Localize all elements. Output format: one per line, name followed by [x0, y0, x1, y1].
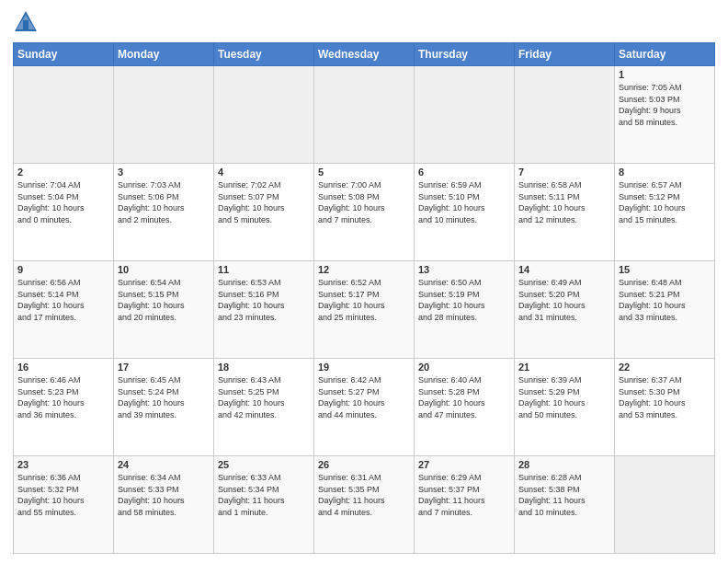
day-info: Sunrise: 6:50 AM Sunset: 5:19 PM Dayligh… [418, 277, 510, 323]
day-info: Sunrise: 6:53 AM Sunset: 5:16 PM Dayligh… [218, 277, 310, 323]
weekday-header-monday: Monday [114, 43, 214, 66]
calendar-day-13: 13Sunrise: 6:50 AM Sunset: 5:19 PM Dayli… [415, 261, 515, 359]
day-info: Sunrise: 6:52 AM Sunset: 5:17 PM Dayligh… [318, 277, 410, 323]
day-number: 28 [518, 459, 610, 470]
day-info: Sunrise: 6:42 AM Sunset: 5:27 PM Dayligh… [318, 374, 410, 420]
day-info: Sunrise: 7:05 AM Sunset: 5:03 PM Dayligh… [619, 82, 711, 128]
logo [13, 9, 42, 35]
day-info: Sunrise: 6:46 AM Sunset: 5:23 PM Dayligh… [17, 374, 109, 420]
weekday-header-sunday: Sunday [14, 43, 114, 66]
calendar-day-20: 20Sunrise: 6:40 AM Sunset: 5:28 PM Dayli… [415, 359, 515, 456]
calendar-week-row: 1Sunrise: 7:05 AM Sunset: 5:03 PM Daylig… [14, 66, 715, 164]
calendar-day-4: 4Sunrise: 7:02 AM Sunset: 5:07 PM Daylig… [214, 164, 314, 261]
calendar-day-18: 18Sunrise: 6:43 AM Sunset: 5:25 PM Dayli… [214, 359, 314, 456]
calendar-empty-cell [14, 66, 114, 164]
day-number: 6 [418, 167, 510, 178]
day-number: 4 [218, 167, 310, 178]
day-number: 1 [619, 69, 711, 80]
calendar-day-19: 19Sunrise: 6:42 AM Sunset: 5:27 PM Dayli… [314, 359, 415, 456]
calendar-day-5: 5Sunrise: 7:00 AM Sunset: 5:08 PM Daylig… [314, 164, 415, 261]
calendar-day-10: 10Sunrise: 6:54 AM Sunset: 5:15 PM Dayli… [114, 261, 214, 359]
calendar-day-3: 3Sunrise: 7:03 AM Sunset: 5:06 PM Daylig… [114, 164, 214, 261]
calendar-week-row: 9Sunrise: 6:56 AM Sunset: 5:14 PM Daylig… [14, 261, 715, 359]
calendar-day-15: 15Sunrise: 6:48 AM Sunset: 5:21 PM Dayli… [615, 261, 715, 359]
calendar-day-9: 9Sunrise: 6:56 AM Sunset: 5:14 PM Daylig… [14, 261, 114, 359]
day-number: 13 [418, 264, 510, 275]
day-number: 10 [118, 264, 210, 275]
calendar-day-25: 25Sunrise: 6:33 AM Sunset: 5:34 PM Dayli… [214, 456, 314, 554]
day-info: Sunrise: 6:37 AM Sunset: 5:30 PM Dayligh… [619, 374, 711, 420]
weekday-header-wednesday: Wednesday [314, 43, 415, 66]
day-info: Sunrise: 6:59 AM Sunset: 5:10 PM Dayligh… [418, 179, 510, 225]
day-number: 22 [619, 362, 711, 373]
calendar-empty-cell [314, 66, 415, 164]
calendar-empty-cell [114, 66, 214, 164]
day-number: 16 [17, 362, 109, 373]
day-info: Sunrise: 6:33 AM Sunset: 5:34 PM Dayligh… [218, 472, 310, 518]
day-info: Sunrise: 7:04 AM Sunset: 5:04 PM Dayligh… [17, 179, 109, 225]
calendar-day-21: 21Sunrise: 6:39 AM Sunset: 5:29 PM Dayli… [515, 359, 615, 456]
calendar-day-22: 22Sunrise: 6:37 AM Sunset: 5:30 PM Dayli… [615, 359, 715, 456]
day-info: Sunrise: 6:45 AM Sunset: 5:24 PM Dayligh… [118, 374, 210, 420]
day-info: Sunrise: 6:29 AM Sunset: 5:37 PM Dayligh… [418, 472, 510, 518]
day-number: 27 [418, 459, 510, 470]
calendar-day-27: 27Sunrise: 6:29 AM Sunset: 5:37 PM Dayli… [415, 456, 515, 554]
calendar-day-11: 11Sunrise: 6:53 AM Sunset: 5:16 PM Dayli… [214, 261, 314, 359]
day-number: 18 [218, 362, 310, 373]
calendar-day-8: 8Sunrise: 6:57 AM Sunset: 5:12 PM Daylig… [615, 164, 715, 261]
day-info: Sunrise: 6:58 AM Sunset: 5:11 PM Dayligh… [518, 179, 610, 225]
calendar-day-14: 14Sunrise: 6:49 AM Sunset: 5:20 PM Dayli… [515, 261, 615, 359]
weekday-header-saturday: Saturday [615, 43, 715, 66]
day-number: 21 [518, 362, 610, 373]
day-number: 9 [17, 264, 109, 275]
day-number: 5 [318, 167, 410, 178]
day-number: 15 [619, 264, 711, 275]
calendar-empty-cell [415, 66, 515, 164]
day-info: Sunrise: 6:56 AM Sunset: 5:14 PM Dayligh… [17, 277, 109, 323]
calendar-empty-cell [214, 66, 314, 164]
day-info: Sunrise: 6:49 AM Sunset: 5:20 PM Dayligh… [518, 277, 610, 323]
day-number: 25 [218, 459, 310, 470]
calendar-day-1: 1Sunrise: 7:05 AM Sunset: 5:03 PM Daylig… [615, 66, 715, 164]
day-number: 12 [318, 264, 410, 275]
calendar-day-7: 7Sunrise: 6:58 AM Sunset: 5:11 PM Daylig… [515, 164, 615, 261]
day-number: 3 [118, 167, 210, 178]
day-number: 26 [318, 459, 410, 470]
day-number: 17 [118, 362, 210, 373]
day-info: Sunrise: 7:00 AM Sunset: 5:08 PM Dayligh… [318, 179, 410, 225]
day-info: Sunrise: 6:54 AM Sunset: 5:15 PM Dayligh… [118, 277, 210, 323]
weekday-header-tuesday: Tuesday [214, 43, 314, 66]
day-info: Sunrise: 7:03 AM Sunset: 5:06 PM Dayligh… [118, 179, 210, 225]
day-number: 8 [619, 167, 711, 178]
day-info: Sunrise: 6:34 AM Sunset: 5:33 PM Dayligh… [118, 472, 210, 518]
day-info: Sunrise: 6:39 AM Sunset: 5:29 PM Dayligh… [518, 374, 610, 420]
calendar-day-26: 26Sunrise: 6:31 AM Sunset: 5:35 PM Dayli… [314, 456, 415, 554]
day-number: 2 [17, 167, 109, 178]
calendar-day-24: 24Sunrise: 6:34 AM Sunset: 5:33 PM Dayli… [114, 456, 214, 554]
day-info: Sunrise: 6:57 AM Sunset: 5:12 PM Dayligh… [619, 179, 711, 225]
calendar-empty-cell [515, 66, 615, 164]
calendar-day-23: 23Sunrise: 6:36 AM Sunset: 5:32 PM Dayli… [14, 456, 114, 554]
calendar-week-row: 23Sunrise: 6:36 AM Sunset: 5:32 PM Dayli… [14, 456, 715, 554]
day-number: 7 [518, 167, 610, 178]
day-info: Sunrise: 6:36 AM Sunset: 5:32 PM Dayligh… [17, 472, 109, 518]
page: SundayMondayTuesdayWednesdayThursdayFrid… [0, 0, 728, 563]
calendar-empty-cell [615, 456, 715, 554]
header [13, 9, 715, 35]
svg-rect-2 [23, 20, 28, 29]
weekday-header-thursday: Thursday [415, 43, 515, 66]
day-number: 19 [318, 362, 410, 373]
calendar-day-17: 17Sunrise: 6:45 AM Sunset: 5:24 PM Dayli… [114, 359, 214, 456]
calendar-week-row: 2Sunrise: 7:04 AM Sunset: 5:04 PM Daylig… [14, 164, 715, 261]
calendar-day-2: 2Sunrise: 7:04 AM Sunset: 5:04 PM Daylig… [14, 164, 114, 261]
calendar-day-16: 16Sunrise: 6:46 AM Sunset: 5:23 PM Dayli… [14, 359, 114, 456]
day-info: Sunrise: 6:40 AM Sunset: 5:28 PM Dayligh… [418, 374, 510, 420]
day-info: Sunrise: 6:28 AM Sunset: 5:38 PM Dayligh… [518, 472, 610, 518]
day-info: Sunrise: 6:48 AM Sunset: 5:21 PM Dayligh… [619, 277, 711, 323]
day-info: Sunrise: 6:31 AM Sunset: 5:35 PM Dayligh… [318, 472, 410, 518]
weekday-header-row: SundayMondayTuesdayWednesdayThursdayFrid… [14, 43, 715, 66]
day-info: Sunrise: 6:43 AM Sunset: 5:25 PM Dayligh… [218, 374, 310, 420]
calendar-table: SundayMondayTuesdayWednesdayThursdayFrid… [13, 42, 715, 554]
logo-icon [13, 9, 39, 35]
day-number: 14 [518, 264, 610, 275]
